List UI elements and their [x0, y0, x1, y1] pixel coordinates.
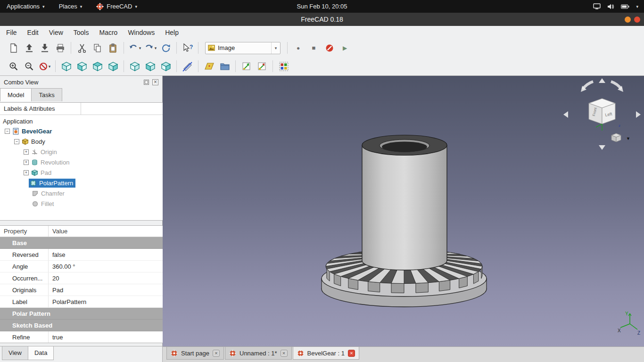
- tree-item-revolution[interactable]: + Revolution: [0, 157, 163, 167]
- macro-record-button[interactable]: ●: [290, 41, 306, 55]
- expand-icon[interactable]: +: [24, 170, 29, 175]
- caret-down-icon[interactable]: ▾: [155, 46, 157, 50]
- property-row-occurrences[interactable]: Occurren... 20: [0, 272, 163, 284]
- left-view-button[interactable]: [158, 59, 173, 74]
- open-folder-button[interactable]: [217, 59, 232, 74]
- combo-view-tabs: Model Tasks: [0, 88, 62, 101]
- tree-item-pad[interactable]: + Pad: [0, 167, 163, 178]
- magnifier-plus-icon: [8, 61, 19, 72]
- property-group-sketch-based[interactable]: Sketch Based: [0, 320, 163, 331]
- macro-halt-button[interactable]: [322, 41, 337, 55]
- navigation-cube[interactable]: Front Left z ▼: [562, 77, 642, 151]
- tab-tasks[interactable]: Tasks: [31, 88, 62, 101]
- caret-down-icon[interactable]: ▾: [49, 64, 51, 69]
- collapse-icon[interactable]: −: [14, 139, 19, 144]
- collapse-icon[interactable]: −: [5, 129, 10, 134]
- redo-button[interactable]: ▾: [142, 41, 158, 55]
- undo-button[interactable]: ▾: [127, 41, 142, 55]
- bottom-view-cube-icon: [144, 61, 157, 72]
- tree-item-bevelgear[interactable]: − BevelGear: [0, 126, 163, 136]
- front-view-button[interactable]: [74, 59, 90, 74]
- open-file-button[interactable]: [21, 41, 37, 55]
- rear-view-button[interactable]: [127, 59, 142, 74]
- tree-item-fillet[interactable]: Fillet: [0, 198, 163, 209]
- paste-button[interactable]: [105, 41, 121, 55]
- document-tab-unnamed[interactable]: Unnamed : 1* ×: [225, 347, 292, 360]
- menu-macro[interactable]: Macro: [94, 27, 123, 38]
- close-tab-icon[interactable]: ×: [281, 350, 288, 357]
- bore-hole: [382, 142, 427, 152]
- nav-dropdown-icon[interactable]: ▼: [626, 136, 630, 141]
- refresh-button[interactable]: [158, 41, 173, 55]
- menu-windows[interactable]: Windows: [123, 27, 160, 38]
- macro-execute-button[interactable]: ▶: [337, 41, 353, 55]
- svg-text:X: X: [618, 328, 621, 333]
- property-group-base[interactable]: Base: [0, 237, 163, 249]
- scale-image-button[interactable]: [239, 59, 254, 74]
- document-tab-start-page[interactable]: Start page ×: [166, 347, 224, 360]
- float-panel-icon[interactable]: [144, 80, 149, 85]
- tree-root-application[interactable]: Application: [0, 116, 163, 126]
- property-group-polar-pattern[interactable]: Polar Pattern: [0, 308, 163, 320]
- menu-tools[interactable]: Tools: [68, 27, 94, 38]
- clock[interactable]: Sun Feb 10, 20:05: [0, 3, 644, 10]
- tree-item-body[interactable]: − Body: [0, 136, 163, 147]
- right-view-button[interactable]: [105, 59, 121, 74]
- macro-stop-recording-button[interactable]: ■: [306, 41, 322, 55]
- dropdown-arrow-icon[interactable]: ▾: [271, 42, 280, 54]
- axonometric-view-button[interactable]: [58, 59, 74, 74]
- combo-view-titlebar[interactable]: Combo View ×: [0, 76, 162, 88]
- folder-icon: [219, 61, 231, 72]
- close-window-button[interactable]: [634, 16, 640, 23]
- workbench-selector[interactable]: Image ▾: [205, 42, 281, 54]
- menu-file[interactable]: File: [1, 27, 22, 38]
- close-tab-icon[interactable]: ×: [348, 350, 355, 357]
- close-panel-icon[interactable]: ×: [152, 79, 158, 85]
- tab-data[interactable]: Data: [28, 346, 54, 360]
- cut-button[interactable]: [74, 41, 90, 55]
- document-tab-label: BevelGear : 1: [307, 350, 345, 357]
- menu-edit[interactable]: Edit: [22, 27, 44, 38]
- align-image-button[interactable]: [276, 59, 291, 74]
- menu-help[interactable]: Help: [160, 27, 184, 38]
- property-row-refine[interactable]: Refine true: [0, 331, 163, 343]
- view-toolbar: ▾: [0, 57, 644, 76]
- new-document-button[interactable]: [6, 41, 21, 55]
- whats-this-button[interactable]: ?: [180, 41, 195, 55]
- toolbar-separator: [124, 60, 124, 72]
- tree-item-chamfer[interactable]: Chamfer: [0, 188, 163, 198]
- expand-icon[interactable]: +: [24, 160, 29, 165]
- property-row-originals[interactable]: Originals Pad: [0, 284, 163, 296]
- menu-view[interactable]: View: [44, 27, 68, 38]
- tab-model[interactable]: Model: [0, 88, 32, 101]
- measure-distance-button[interactable]: [180, 59, 195, 74]
- tab-view[interactable]: View: [2, 346, 28, 360]
- svg-text:Y: Y: [625, 311, 628, 316]
- draw-style-button[interactable]: ▾: [37, 59, 52, 74]
- document-tab-bevelgear[interactable]: BevelGear : 1 ×: [293, 347, 360, 360]
- property-row-label[interactable]: Label PolarPattern: [0, 296, 163, 308]
- toolbar-separator: [198, 60, 198, 72]
- tree-item-polarpattern[interactable]: PolarPattern: [0, 178, 163, 188]
- top-view-cube-icon: [91, 61, 104, 72]
- image-plane-button[interactable]: [201, 59, 217, 74]
- calibrate-image-button[interactable]: [254, 59, 270, 74]
- minimize-button[interactable]: [625, 16, 631, 23]
- nav-mini-cube-icon[interactable]: [611, 133, 621, 142]
- window-titlebar[interactable]: FreeCAD 0.18: [0, 13, 644, 26]
- expand-icon[interactable]: +: [24, 149, 29, 155]
- property-row-angle[interactable]: Angle 360.00 °: [0, 261, 163, 272]
- save-button[interactable]: [37, 41, 52, 55]
- top-view-button[interactable]: [90, 59, 105, 74]
- property-row-reversed[interactable]: Reversed false: [0, 249, 163, 261]
- zoom-in-button[interactable]: [6, 59, 21, 74]
- caret-down-icon[interactable]: ▾: [139, 46, 141, 50]
- zoom-out-button[interactable]: [21, 59, 37, 74]
- tree-item-origin[interactable]: + Origin: [0, 147, 163, 157]
- 3d-viewport[interactable]: Front Left z ▼ Y X Z: [163, 76, 644, 346]
- bottom-view-button[interactable]: [142, 59, 158, 74]
- toolbar-separator: [272, 60, 273, 72]
- close-tab-icon[interactable]: ×: [213, 350, 220, 357]
- copy-button[interactable]: [90, 41, 105, 55]
- print-button[interactable]: [52, 41, 68, 55]
